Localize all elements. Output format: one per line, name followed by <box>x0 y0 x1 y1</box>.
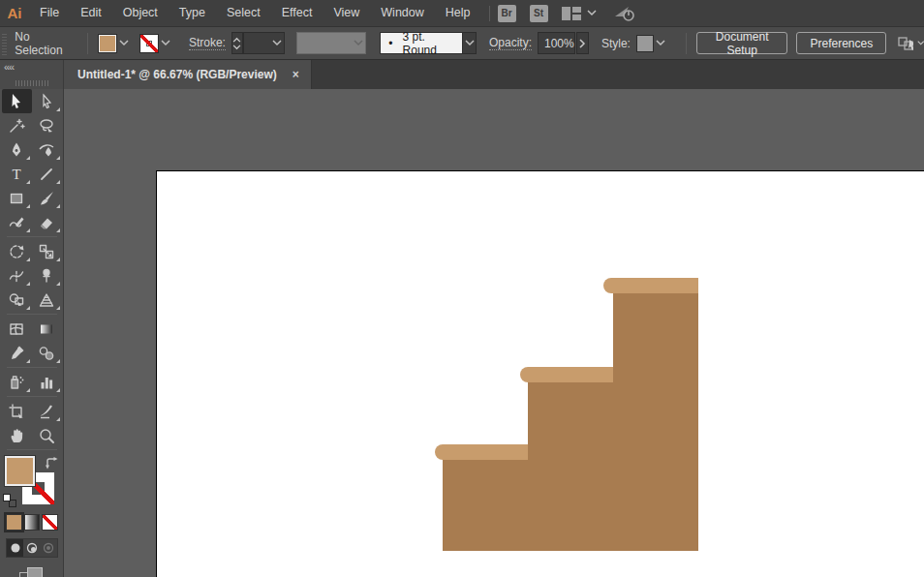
pasteboard[interactable] <box>64 89 924 577</box>
opacity-input[interactable]: 100% <box>538 32 575 54</box>
menu-object[interactable]: Object <box>112 0 169 26</box>
hand-tool[interactable] <box>2 423 32 447</box>
gpu-performance-icon[interactable] <box>614 5 637 22</box>
draw-inside-button[interactable] <box>41 539 57 557</box>
magic-wand-tool[interactable] <box>2 113 32 137</box>
draw-normal-button[interactable] <box>7 539 23 557</box>
stroke-weight-stepper[interactable] <box>231 32 243 54</box>
opacity-expand-button[interactable] <box>576 32 589 54</box>
mesh-tool[interactable] <box>2 317 32 341</box>
curvature-pen-icon <box>38 141 55 159</box>
none-slash-icon <box>140 35 158 52</box>
scale-tool[interactable] <box>32 239 62 263</box>
fill-swatch[interactable] <box>98 34 117 53</box>
selection-tool[interactable] <box>2 89 32 113</box>
puppet-warp-tool[interactable] <box>32 263 62 288</box>
symbol-sprayer-tool[interactable] <box>2 370 32 394</box>
paintbrush-tool[interactable] <box>32 186 62 210</box>
stroke-color-dropdown[interactable] <box>139 32 173 55</box>
menu-edit[interactable]: Edit <box>70 0 112 26</box>
draw-normal-icon <box>10 542 21 554</box>
preferences-button[interactable]: Preferences <box>796 32 886 54</box>
document-tab[interactable]: Untitled-1* @ 66.67% (RGB/Preview) × <box>64 60 312 89</box>
width-tool[interactable] <box>2 263 32 288</box>
direct-selection-tool[interactable] <box>32 89 62 113</box>
chevron-down-icon[interactable] <box>917 40 924 46</box>
stroke-weight-dropdown[interactable] <box>243 32 286 54</box>
stroke-panel-link[interactable]: Stroke: <box>189 36 226 50</box>
artboard-tool[interactable] <box>2 399 32 423</box>
opacity-panel-link[interactable]: Opacity: <box>489 36 532 50</box>
artboard[interactable] <box>156 170 924 577</box>
lasso-icon <box>38 117 55 135</box>
menu-help[interactable]: Help <box>435 0 481 26</box>
stair-body-3[interactable] <box>613 292 698 551</box>
rectangle-tool[interactable] <box>2 186 32 210</box>
shaper-tool[interactable] <box>2 210 32 234</box>
color-button[interactable] <box>6 514 22 531</box>
stair-tread-3[interactable] <box>603 278 698 293</box>
stair-tread-2[interactable] <box>520 367 613 382</box>
menu-type[interactable]: Type <box>169 0 216 26</box>
chevron-right-icon <box>579 39 586 48</box>
type-tool[interactable]: T <box>2 162 32 186</box>
menu-select[interactable]: Select <box>216 0 271 26</box>
brush-name: 3 pt. Round <box>403 30 463 57</box>
menu-view[interactable]: View <box>323 0 370 26</box>
svg-text:T: T <box>12 167 20 182</box>
style-swatch[interactable] <box>636 35 654 52</box>
pen-tool[interactable] <box>2 137 32 162</box>
brush-definition-field[interactable]: • 3 pt. Round <box>380 32 463 54</box>
brush-dropdown-button[interactable] <box>463 32 477 54</box>
document-tab-title: Untitled-1* @ 66.67% (RGB/Preview) <box>77 68 277 81</box>
style-label[interactable]: Style: <box>601 37 631 50</box>
draw-behind-button[interactable] <box>23 539 40 557</box>
workspace-layout-icon <box>562 7 581 20</box>
rectangle-icon <box>8 190 25 207</box>
swap-fill-stroke-icon[interactable] <box>45 456 58 470</box>
eyedropper-tool[interactable] <box>2 341 32 365</box>
stroke-none-swatch[interactable] <box>139 34 159 53</box>
default-fill-stroke-icon[interactable] <box>3 494 18 509</box>
menubar-separator <box>489 6 490 21</box>
chevron-down-icon <box>272 40 282 46</box>
zoom-tool[interactable] <box>32 423 62 447</box>
stair-body-1[interactable] <box>443 460 528 551</box>
shaper-pencil-icon <box>8 214 25 231</box>
bridge-button[interactable]: Br <box>498 5 516 22</box>
align-icon[interactable] <box>897 36 912 51</box>
stair-tread-1[interactable] <box>435 444 528 460</box>
fill-color-indicator[interactable] <box>4 455 36 487</box>
tools-panel-grip[interactable] <box>15 80 48 86</box>
curvature-tool[interactable] <box>32 137 62 162</box>
none-button[interactable] <box>42 514 58 531</box>
menu-window[interactable]: Window <box>370 0 434 26</box>
stock-button[interactable]: St <box>530 5 548 22</box>
panel-collapse-button[interactable]: «« <box>4 61 14 73</box>
style-dropdown[interactable] <box>636 32 668 55</box>
control-bar-grip[interactable] <box>2 32 7 55</box>
workspace-switcher[interactable] <box>562 7 597 20</box>
gradient-tool[interactable] <box>32 317 62 341</box>
rotate-tool[interactable] <box>2 239 32 263</box>
variable-width-profile-dropdown[interactable] <box>296 32 366 54</box>
slice-tool[interactable] <box>32 399 62 423</box>
menu-file[interactable]: File <box>29 0 70 26</box>
line-segment-tool[interactable] <box>32 162 62 186</box>
tab-close-icon[interactable]: × <box>293 68 299 81</box>
control-separator <box>686 33 687 54</box>
menu-effect[interactable]: Effect <box>271 0 323 26</box>
lasso-tool[interactable] <box>32 113 62 137</box>
selection-status: No Selection <box>15 30 64 57</box>
document-setup-button[interactable]: Document Setup <box>696 32 788 54</box>
column-graph-tool[interactable] <box>32 370 62 394</box>
fill-color-dropdown[interactable] <box>98 32 132 55</box>
screen-mode-button[interactable] <box>19 567 45 577</box>
perspective-grid-tool[interactable] <box>32 288 62 312</box>
control-separator <box>87 33 88 54</box>
gradient-button[interactable] <box>24 514 41 531</box>
blend-tool[interactable] <box>32 341 62 365</box>
stair-body-2[interactable] <box>528 382 613 551</box>
eraser-tool[interactable] <box>32 210 62 234</box>
shape-builder-tool[interactable] <box>2 288 32 312</box>
